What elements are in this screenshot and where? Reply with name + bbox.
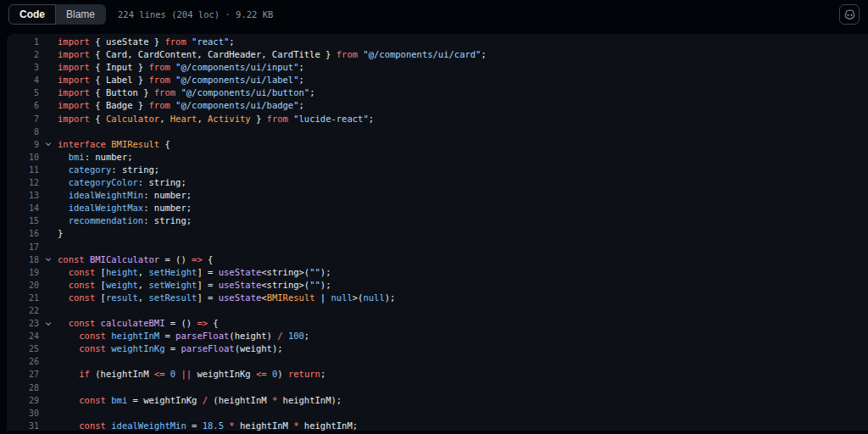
line-number[interactable]: 26 bbox=[7, 355, 39, 368]
line-number[interactable]: 27 bbox=[7, 368, 39, 381]
fold-spacer bbox=[39, 202, 58, 214]
code-text: categoryColor: string; bbox=[58, 176, 868, 189]
fold-spacer bbox=[39, 86, 58, 99]
line-number[interactable]: 10 bbox=[7, 151, 39, 164]
line-number[interactable]: 28 bbox=[7, 381, 39, 394]
code-text bbox=[58, 381, 868, 394]
code-line: 31 const idealWeightMin = 18.5 * heightI… bbox=[7, 420, 868, 431]
code-text: import { useState } from "react"; bbox=[58, 36, 868, 48]
code-line: 3import { Input } from "@/components/ui/… bbox=[7, 61, 868, 74]
line-number[interactable]: 17 bbox=[7, 241, 39, 253]
code-line: 25 const weightInKg = parseFloat(weight)… bbox=[7, 342, 868, 355]
copilot-button[interactable] bbox=[839, 4, 860, 25]
fold-spacer bbox=[39, 368, 58, 381]
fold-spacer bbox=[39, 113, 58, 125]
tab-blame[interactable]: Blame bbox=[56, 4, 106, 25]
line-number[interactable]: 3 bbox=[7, 61, 39, 74]
code-line: 19 const [height, setHeight] = useState<… bbox=[7, 266, 868, 279]
code-line: 15 recommendation: string; bbox=[7, 214, 868, 227]
code-line: 23 const calculateBMI = () => { bbox=[7, 317, 868, 330]
code-text: const calculateBMI = () => { bbox=[58, 317, 868, 330]
fold-toggle[interactable] bbox=[39, 253, 58, 266]
line-number[interactable]: 16 bbox=[7, 227, 39, 240]
fold-spacer bbox=[39, 407, 58, 420]
code-text bbox=[58, 355, 868, 368]
copilot-icon bbox=[843, 8, 856, 21]
code-text: bmi: number; bbox=[58, 151, 868, 164]
fold-toggle[interactable] bbox=[39, 138, 58, 151]
line-number[interactable]: 23 bbox=[7, 317, 39, 330]
fold-spacer bbox=[39, 48, 58, 61]
code-text: idealWeightMax: number; bbox=[58, 202, 868, 214]
line-number[interactable]: 1 bbox=[7, 36, 39, 48]
code-text: const [height, setHeight] = useState<str… bbox=[58, 266, 868, 279]
fold-spacer bbox=[39, 125, 58, 138]
line-number[interactable]: 6 bbox=[7, 99, 39, 112]
code-line: 8 bbox=[7, 125, 868, 138]
code-line: 12 categoryColor: string; bbox=[7, 176, 868, 189]
chevron-down-icon bbox=[44, 140, 53, 148]
code-text: } bbox=[58, 227, 868, 240]
file-meta: 224 lines (204 loc) · 9.22 KB bbox=[118, 9, 273, 19]
code-lines: 1import { useState } from "react";2impor… bbox=[7, 36, 868, 431]
fold-spacer bbox=[39, 304, 58, 317]
line-number[interactable]: 31 bbox=[7, 420, 39, 431]
line-number[interactable]: 13 bbox=[7, 189, 39, 202]
line-number[interactable]: 24 bbox=[7, 330, 39, 342]
code-text: import { Button } from "@/components/ui/… bbox=[58, 86, 868, 99]
line-number[interactable]: 14 bbox=[7, 202, 39, 214]
code-text: import { Badge } from "@/components/ui/b… bbox=[58, 99, 868, 112]
code-text: import { Card, CardContent, CardHeader, … bbox=[58, 48, 868, 61]
line-number[interactable]: 7 bbox=[7, 113, 39, 125]
fold-spacer bbox=[39, 36, 58, 48]
line-number[interactable]: 4 bbox=[7, 74, 39, 86]
line-number[interactable]: 15 bbox=[7, 214, 39, 227]
line-number[interactable]: 20 bbox=[7, 279, 39, 292]
line-number[interactable]: 29 bbox=[7, 394, 39, 407]
line-number[interactable]: 19 bbox=[7, 266, 39, 279]
code-panel: 1import { useState } from "react";2impor… bbox=[7, 34, 868, 431]
line-number[interactable]: 25 bbox=[7, 342, 39, 355]
line-number[interactable]: 2 bbox=[7, 48, 39, 61]
github-code-view: Code Blame 224 lines (204 loc) · 9.22 KB… bbox=[0, 0, 868, 29]
fold-spacer bbox=[39, 420, 58, 431]
line-number[interactable]: 12 bbox=[7, 176, 39, 189]
code-text: import { Input } from "@/components/ui/i… bbox=[58, 61, 868, 74]
line-number[interactable]: 30 bbox=[7, 407, 39, 420]
fold-spacer bbox=[39, 241, 58, 253]
line-number[interactable]: 11 bbox=[7, 164, 39, 176]
code-line: 16} bbox=[7, 227, 868, 240]
fold-spacer bbox=[39, 61, 58, 74]
code-text bbox=[58, 125, 868, 138]
code-line: 6import { Badge } from "@/components/ui/… bbox=[7, 99, 868, 112]
code-line: 27 if (heightInM <= 0 || weightInKg <= 0… bbox=[7, 368, 868, 381]
code-text: const bmi = weightInKg / (heightInM * he… bbox=[58, 394, 868, 407]
code-text bbox=[58, 407, 868, 420]
code-line: 29 const bmi = weightInKg / (heightInM *… bbox=[7, 394, 868, 407]
code-text: if (heightInM <= 0 || weightInKg <= 0) r… bbox=[58, 368, 868, 381]
fold-spacer bbox=[39, 176, 58, 189]
chevron-down-icon bbox=[44, 320, 53, 328]
line-number[interactable]: 8 bbox=[7, 125, 39, 138]
code-line: 13 idealWeightMin: number; bbox=[7, 189, 868, 202]
code-line: 9interface BMIResult { bbox=[7, 138, 868, 151]
code-text: const [weight, setWeight] = useState<str… bbox=[58, 279, 868, 292]
line-number[interactable]: 9 bbox=[7, 138, 39, 151]
line-number[interactable]: 22 bbox=[7, 304, 39, 317]
line-number[interactable]: 5 bbox=[7, 86, 39, 99]
code-line: 26 bbox=[7, 355, 868, 368]
code-text: const BMICalculator = () => { bbox=[58, 253, 868, 266]
tab-code[interactable]: Code bbox=[8, 4, 56, 25]
code-line: 28 bbox=[7, 381, 868, 394]
code-line: 7import { Calculator, Heart, Activity } … bbox=[7, 113, 868, 125]
line-number[interactable]: 21 bbox=[7, 292, 39, 304]
code-text: const idealWeightMin = 18.5 * heightInM … bbox=[58, 420, 868, 431]
fold-spacer bbox=[39, 99, 58, 112]
code-line: 14 idealWeightMax: number; bbox=[7, 202, 868, 214]
line-number[interactable]: 18 bbox=[7, 253, 39, 266]
code-line: 17 bbox=[7, 241, 868, 253]
fold-toggle[interactable] bbox=[39, 317, 58, 330]
fold-spacer bbox=[39, 381, 58, 394]
code-line: 20 const [weight, setWeight] = useState<… bbox=[7, 279, 868, 292]
code-line: 22 bbox=[7, 304, 868, 317]
